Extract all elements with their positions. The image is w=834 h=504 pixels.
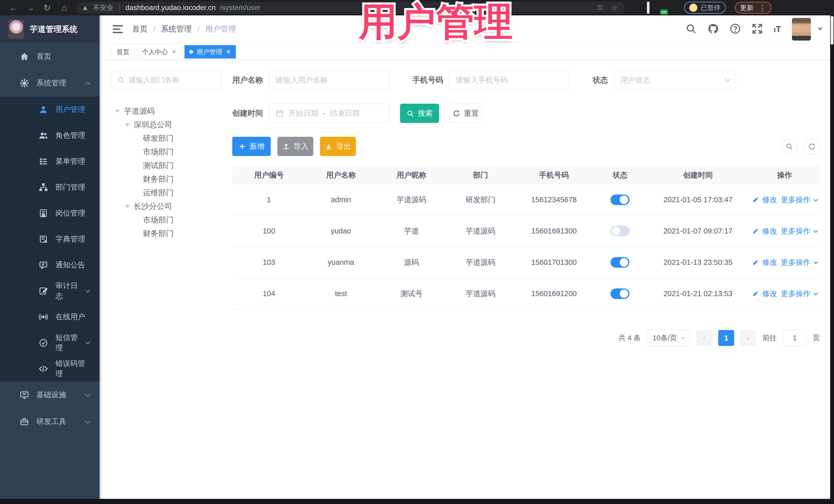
users-icon bbox=[39, 131, 48, 140]
status-toggle[interactable] bbox=[611, 195, 630, 205]
sidebar-item-dev-tools[interactable]: 研发工具 bbox=[0, 408, 101, 435]
search-button[interactable]: 搜索 bbox=[400, 104, 439, 123]
sidebar-item-sms[interactable]: 短信管理 bbox=[0, 330, 101, 356]
status-toggle[interactable] bbox=[611, 257, 630, 268]
password-key-icon[interactable]: ⚿ bbox=[595, 4, 605, 12]
next-page-button[interactable]: › bbox=[740, 330, 756, 346]
mobile-field[interactable] bbox=[449, 70, 569, 90]
message-icon bbox=[39, 260, 48, 270]
screen: ← → ↻ ⌂ ▲ 不安全 dashboard.yudao.iocoder.cn… bbox=[0, 0, 834, 504]
add-button[interactable]: 新增 bbox=[232, 137, 271, 156]
chevron-down-icon bbox=[725, 77, 730, 82]
sidebar-item-online-users[interactable]: 在线用户 bbox=[0, 304, 101, 330]
plus-icon bbox=[238, 143, 246, 150]
toggle-search-button[interactable] bbox=[782, 138, 797, 154]
page-number-current[interactable]: 1 bbox=[718, 330, 734, 346]
font-size-icon[interactable]: tT bbox=[774, 24, 781, 34]
help-icon[interactable] bbox=[729, 23, 741, 36]
sidebar-item-depts[interactable]: 部门管理 bbox=[0, 174, 101, 200]
refresh-icon bbox=[453, 110, 460, 117]
dept-search-box[interactable] bbox=[112, 70, 222, 90]
chevron-down-icon bbox=[813, 260, 818, 264]
home-icon[interactable]: ⌂ bbox=[57, 3, 71, 13]
scrollbar[interactable] bbox=[830, 15, 834, 504]
navbar: 首页 / 系统管理 / 用户管理 tT bbox=[101, 15, 834, 43]
page-size-select[interactable]: 10条/页 bbox=[647, 330, 690, 346]
caret-down-icon[interactable] bbox=[115, 110, 120, 113]
chevron-down-icon bbox=[85, 339, 90, 344]
tree-node[interactable]: 长沙分公司 bbox=[112, 200, 232, 213]
status-toggle[interactable] bbox=[611, 288, 630, 299]
tab-user-management[interactable]: 用户管理 ✕ bbox=[184, 45, 236, 59]
sidebar-item-posts[interactable]: 岗位管理 bbox=[0, 200, 101, 226]
reload-icon[interactable]: ↻ bbox=[40, 3, 54, 13]
sidebar-item-system[interactable]: 系统管理 bbox=[0, 70, 101, 96]
chevron-down-icon bbox=[85, 391, 90, 397]
sidebar-item-dict[interactable]: 字典管理 bbox=[0, 226, 101, 252]
edit-link[interactable]: 修改 bbox=[762, 289, 777, 299]
browser-update-button[interactable]: 更新 ⋮ bbox=[735, 2, 771, 14]
github-icon[interactable] bbox=[707, 23, 719, 36]
tree-node[interactable]: 财务部门 bbox=[112, 227, 232, 240]
more-actions-link[interactable]: 更多操作 bbox=[781, 195, 811, 205]
sidebar-item-roles[interactable]: 角色管理 bbox=[0, 123, 101, 148]
tree-node[interactable]: 市场部门 bbox=[112, 145, 232, 159]
more-actions-link[interactable]: 更多操作 bbox=[781, 226, 811, 236]
sidebar-item-users[interactable]: 用户管理 bbox=[0, 96, 101, 123]
tree-node[interactable]: 芋道源码 bbox=[112, 105, 232, 118]
tree-node[interactable]: 市场部门 bbox=[112, 213, 232, 227]
sidebar-collapse-icon[interactable] bbox=[113, 25, 123, 33]
forward-icon[interactable]: → bbox=[23, 3, 38, 13]
tree-node[interactable]: 测试部门 bbox=[112, 159, 232, 172]
edit-link[interactable]: 修改 bbox=[762, 257, 777, 268]
close-icon[interactable]: ✕ bbox=[226, 48, 231, 56]
search-icon[interactable] bbox=[685, 23, 697, 36]
browser-menu-kebab-icon[interactable]: ⋮ bbox=[759, 3, 766, 12]
export-button[interactable]: 导出 bbox=[320, 137, 356, 156]
sidebar-item-notice[interactable]: 通知公告 bbox=[0, 252, 101, 278]
tree-node[interactable]: 运维部门 bbox=[112, 186, 232, 200]
date-range-picker[interactable]: 开始日期 - 结束日期 bbox=[269, 104, 389, 123]
tree-node[interactable]: 深圳总公司 bbox=[112, 118, 232, 132]
username-field[interactable] bbox=[269, 70, 389, 90]
more-actions-link[interactable]: 更多操作 bbox=[781, 289, 811, 299]
sidebar-item-audit-log[interactable]: 审计日志 bbox=[0, 278, 101, 304]
breadcrumb-home[interactable]: 首页 bbox=[132, 24, 148, 35]
edit-link[interactable]: 修改 bbox=[762, 226, 777, 236]
tree-node[interactable]: 研发部门 bbox=[112, 132, 232, 145]
reset-button[interactable]: 重置 bbox=[449, 104, 482, 123]
more-actions-link[interactable]: 更多操作 bbox=[781, 257, 811, 268]
mobile-input[interactable] bbox=[456, 76, 563, 84]
prev-page-button[interactable]: ‹ bbox=[696, 330, 712, 346]
user-avatar[interactable] bbox=[792, 18, 811, 41]
address-bar[interactable]: ▲ 不安全 dashboard.yudao.iocoder.cn/system/… bbox=[76, 2, 625, 14]
dept-search-input[interactable] bbox=[129, 76, 211, 84]
sidebar-item-menus[interactable]: 菜单管理 bbox=[0, 148, 101, 174]
close-icon[interactable]: ✕ bbox=[171, 48, 177, 56]
username-input[interactable] bbox=[276, 76, 383, 84]
caret-down-icon[interactable] bbox=[125, 124, 130, 126]
fullscreen-icon[interactable] bbox=[752, 23, 763, 36]
app-logo[interactable]: 芋道管理系统 bbox=[0, 15, 101, 43]
edit-link[interactable]: 修改 bbox=[762, 195, 777, 205]
back-icon[interactable]: ← bbox=[6, 3, 21, 13]
scrollbar-thumb[interactable] bbox=[831, 16, 833, 45]
sidebar-item-home[interactable]: 首页 bbox=[0, 43, 101, 70]
avatar-dropdown-caret-icon[interactable] bbox=[817, 28, 823, 31]
bookmark-star-icon[interactable]: ☆ bbox=[609, 4, 619, 12]
goto-page-input[interactable] bbox=[783, 330, 807, 346]
import-button[interactable]: 导入 bbox=[278, 137, 313, 156]
caret-down-icon[interactable] bbox=[125, 205, 130, 208]
edit-note-icon bbox=[39, 286, 48, 296]
dept-tree-panel: 芋道源码 深圳总公司 研发部门 市场部门 测试部门 财务部门 运维部门 长沙分公… bbox=[112, 70, 232, 499]
browser-profile-chip[interactable]: 已暂停 bbox=[684, 2, 726, 14]
refresh-table-button[interactable] bbox=[804, 138, 820, 154]
sidebar-item-error-codes[interactable]: 错误码管理 bbox=[0, 356, 101, 381]
sidebar-item-infrastructure[interactable]: 基础设施 bbox=[0, 381, 101, 408]
tab-home[interactable]: 首页 bbox=[112, 45, 134, 59]
tree-node[interactable]: 财务部门 bbox=[112, 172, 232, 186]
breadcrumb-system[interactable]: 系统管理 bbox=[161, 24, 192, 35]
status-select[interactable]: 用户状态 bbox=[614, 70, 736, 90]
status-toggle[interactable] bbox=[611, 226, 630, 236]
tab-profile[interactable]: 个人中心 ✕ bbox=[137, 45, 181, 59]
